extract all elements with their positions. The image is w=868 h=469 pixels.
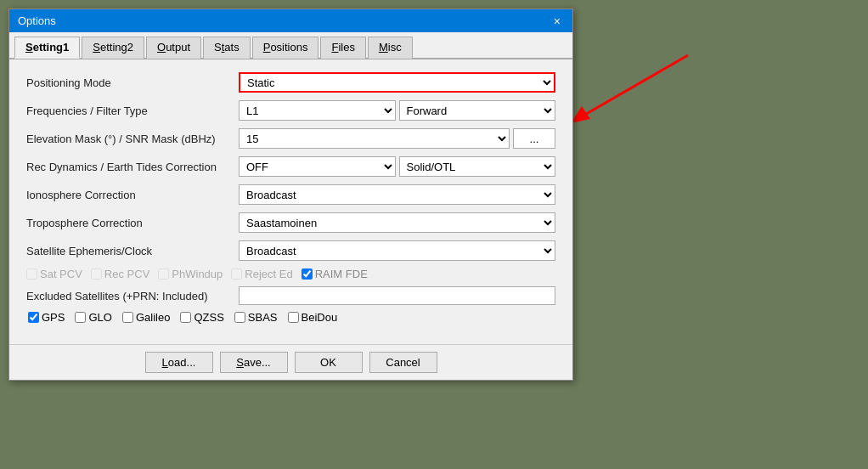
raim-fde-label: RAIM FDE: [315, 268, 368, 280]
tab-setting2[interactable]: Setting2: [82, 37, 144, 59]
elevation-select[interactable]: 5 10 15 20: [239, 128, 510, 149]
tab-positions[interactable]: Positions: [252, 37, 319, 59]
beidou-label: BeiDou: [302, 311, 338, 324]
galileo-item: Galileo: [122, 311, 170, 324]
gps-checkbox[interactable]: [28, 312, 39, 323]
qzss-checkbox[interactable]: [180, 312, 191, 323]
satellite-ephemeris-label: Satellite Ephemeris/Clock: [26, 245, 239, 257]
satellite-systems-row: GPS GLO Galileo QZSS SBAS BeiDou: [26, 311, 555, 324]
reject-ed-item: Reject Ed: [231, 268, 292, 280]
svg-marker-1: [571, 106, 590, 123]
troposphere-controls: OFF Saastamoinen SBAS: [239, 212, 555, 233]
excluded-satellites-label: Excluded Satellites (+PRN: Included): [26, 290, 239, 302]
footer: Load... Save... OK Cancel: [9, 344, 572, 380]
tab-misc[interactable]: Misc: [368, 37, 413, 59]
options-dialog: Options × Setting1 Setting2 Output Stats…: [8, 8, 573, 381]
tab-setting1[interactable]: Setting1: [14, 37, 80, 59]
sat-pcv-label: Sat PCV: [40, 268, 82, 280]
frequencies-controls: L1 L1+L2 Forward Backward Combined: [239, 100, 555, 121]
tab-files[interactable]: Files: [320, 37, 365, 59]
filter-select[interactable]: Forward Backward Combined: [399, 100, 556, 121]
troposphere-label: Troposphere Correction: [26, 217, 239, 229]
rec-dynamics-controls: OFF ON OFF Solid Solid/OTL: [239, 156, 555, 177]
phwindup-checkbox[interactable]: [158, 268, 169, 280]
troposphere-row: Troposphere Correction OFF Saastamoinen …: [26, 212, 555, 234]
tab-misc-underline: M: [379, 41, 388, 54]
sbas-label: SBAS: [248, 311, 278, 324]
satellite-ephemeris-row: Satellite Ephemeris/Clock Broadcast Prec…: [26, 240, 555, 262]
save-underline: S: [236, 356, 244, 369]
elevation-label: Elevation Mask (°) / SNR Mask (dBHz): [26, 133, 239, 145]
galileo-label: Galileo: [136, 311, 170, 324]
sat-pcv-item: Sat PCV: [26, 268, 82, 280]
frequencies-label: Frequencies / Filter Type: [26, 105, 239, 117]
title-bar: Options ×: [9, 9, 572, 32]
cancel-button[interactable]: Cancel: [369, 352, 437, 373]
excluded-satellites-input[interactable]: [239, 286, 555, 305]
frequencies-row: Frequencies / Filter Type L1 L1+L2 Forwa…: [26, 99, 555, 121]
rec-pcv-checkbox[interactable]: [91, 268, 102, 280]
load-button[interactable]: Load...: [145, 352, 213, 373]
reject-ed-checkbox[interactable]: [231, 268, 242, 280]
tab-output[interactable]: Output: [146, 37, 201, 59]
troposphere-select[interactable]: OFF Saastamoinen SBAS: [239, 212, 555, 233]
raim-fde-checkbox[interactable]: [302, 268, 313, 280]
earth-tides-select[interactable]: OFF Solid Solid/OTL: [399, 156, 556, 177]
beidou-checkbox[interactable]: [288, 312, 299, 323]
sbas-item: SBAS: [234, 311, 278, 324]
raim-fde-item: RAIM FDE: [302, 268, 368, 280]
dialog-title: Options: [18, 14, 56, 27]
satellite-ephemeris-controls: Broadcast Precise: [239, 240, 555, 261]
qzss-item: QZSS: [180, 311, 223, 324]
settings-content: Positioning Mode Static Kinematic PPP Fr…: [9, 59, 572, 344]
sbas-checkbox[interactable]: [234, 312, 245, 323]
ionosphere-label: Ionosphere Correction: [26, 189, 239, 201]
galileo-checkbox[interactable]: [122, 312, 133, 323]
ok-button[interactable]: OK: [295, 352, 363, 373]
elevation-controls: 5 10 15 20 ...: [239, 128, 555, 149]
ionosphere-select[interactable]: Broadcast TEC: [239, 184, 555, 205]
positioning-mode-controls: Static Kinematic PPP: [239, 72, 555, 93]
frequency-select[interactable]: L1 L1+L2: [239, 100, 396, 121]
reject-ed-label: Reject Ed: [245, 268, 292, 280]
phwindup-item: PhWindup: [158, 268, 223, 280]
positioning-mode-select[interactable]: Static Kinematic PPP: [239, 72, 555, 93]
rec-dynamics-row: Rec Dynamics / Earth Tides Correction OF…: [26, 155, 555, 178]
save-button[interactable]: Save...: [220, 352, 288, 373]
tab-output-underline: O: [157, 41, 166, 54]
ionosphere-controls: Broadcast TEC: [239, 184, 555, 205]
svg-line-0: [578, 55, 688, 119]
glo-label: GLO: [88, 311, 111, 324]
beidou-item: BeiDou: [288, 311, 338, 324]
elevation-row: Elevation Mask (°) / SNR Mask (dBHz) 5 1…: [26, 127, 555, 150]
qzss-label: QZSS: [194, 311, 223, 324]
rec-pcv-label: Rec PCV: [104, 268, 149, 280]
checkboxes-row: Sat PCV Rec PCV PhWindup Reject Ed RAIM …: [26, 268, 555, 280]
gps-item: GPS: [28, 311, 65, 324]
rec-dynamics-select[interactable]: OFF ON: [239, 156, 396, 177]
tabs-container: Setting1 Setting2 Output Stats Positions…: [9, 32, 572, 59]
glo-item: GLO: [75, 311, 111, 324]
load-underline: L: [162, 356, 168, 369]
ionosphere-row: Ionosphere Correction Broadcast TEC: [26, 184, 555, 206]
tab-setting2-underline: S: [93, 41, 100, 54]
snr-mask-button[interactable]: ...: [513, 128, 555, 149]
positioning-mode-label: Positioning Mode: [26, 76, 239, 89]
gps-label: GPS: [42, 311, 65, 324]
close-button[interactable]: ×: [550, 15, 564, 27]
rec-pcv-item: Rec PCV: [91, 268, 149, 280]
glo-checkbox[interactable]: [75, 312, 86, 323]
sat-pcv-checkbox[interactable]: [26, 268, 37, 280]
positioning-mode-row: Positioning Mode Static Kinematic PPP: [26, 71, 555, 93]
tab-stats[interactable]: Stats: [203, 37, 251, 59]
excluded-satellites-row: Excluded Satellites (+PRN: Included): [26, 286, 555, 305]
satellite-ephemeris-select[interactable]: Broadcast Precise: [239, 240, 555, 261]
tab-setting1-underline: S: [25, 41, 33, 54]
rec-dynamics-label: Rec Dynamics / Earth Tides Correction: [26, 161, 239, 173]
phwindup-label: PhWindup: [172, 268, 223, 280]
